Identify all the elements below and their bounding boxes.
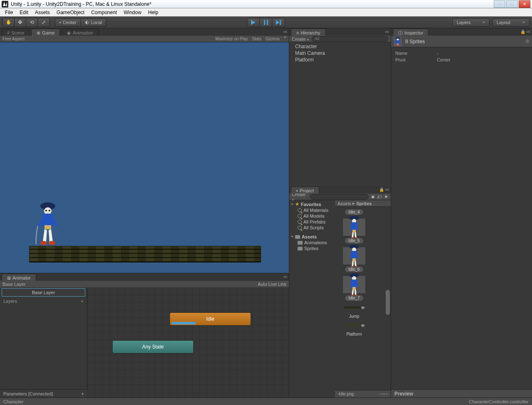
preview-header[interactable]: Preview — [391, 389, 532, 398]
aspect-dropdown[interactable]: Free Aspect — [2, 37, 25, 41]
status-left: Character — [3, 399, 23, 404]
filter-prefabs[interactable]: All Prefabs — [289, 219, 335, 225]
animator-panel: ⊞ Animator ▪≡ Base Layer Auto Live Link … — [0, 273, 289, 398]
add-layer-button[interactable]: + — [81, 299, 84, 304]
rotate-tool-button[interactable] — [26, 18, 38, 27]
maximize-button[interactable]: □ — [506, 0, 518, 8]
svg-point-33 — [398, 45, 399, 46]
menu-window[interactable]: Window — [120, 9, 145, 16]
step-button[interactable] — [272, 18, 285, 27]
asset-jump[interactable]: Jump — [337, 304, 371, 319]
folder-animations[interactable]: Animations — [289, 240, 335, 245]
star-filter-icon[interactable]: ★ — [384, 194, 388, 199]
svg-point-32 — [396, 45, 398, 46]
hierarchy-item[interactable]: Main Camera — [289, 50, 391, 56]
pause-button[interactable] — [260, 18, 272, 27]
auto-live-link-toggle[interactable]: Auto Live Link — [258, 282, 286, 287]
tab-inspector[interactable]: ⓘ Inspector — [393, 29, 429, 36]
gizmos-chevron-icon — [284, 37, 286, 38]
menu-file[interactable]: File — [2, 9, 16, 16]
menu-bar: File Edit Assets GameObject Component Wi… — [0, 8, 532, 17]
scale-tool-button[interactable] — [38, 18, 49, 27]
status-bar: Character CharacterController.controller — [0, 398, 532, 405]
animator-breadcrumb[interactable]: Base Layer — [2, 282, 26, 287]
svg-point-5 — [45, 210, 47, 211]
hierarchy-create-dropdown[interactable]: Create — [292, 37, 309, 42]
svg-point-8 — [40, 241, 47, 245]
status-right: CharacterController.controller — [469, 399, 529, 404]
hand-tool-button[interactable] — [3, 18, 15, 27]
asset-idle4[interactable]: Idle_4 — [337, 209, 371, 215]
layers-dropdown[interactable]: Layers — [452, 18, 490, 27]
svg-point-9 — [49, 241, 55, 245]
project-breadcrumb: Assets ▸ Sprites — [335, 200, 391, 207]
svg-point-28 — [361, 324, 365, 327]
svg-point-30 — [397, 38, 399, 40]
asset-idle6[interactable]: Idle_6 — [337, 247, 371, 272]
layout-dropdown[interactable]: Layout — [492, 18, 530, 27]
animator-context-icon[interactable]: ▪≡ — [283, 275, 287, 279]
platform-sprite — [29, 246, 261, 263]
inspector-context-icon[interactable]: 🔒 ▪≡ — [520, 29, 530, 34]
minimize-button[interactable]: ─ — [494, 0, 505, 8]
play-button[interactable] — [247, 18, 260, 27]
asset-idle7[interactable]: Idle_7 — [337, 275, 371, 301]
hierarchy-search-input[interactable] — [312, 36, 388, 42]
tab-scene[interactable]: # Scene — [2, 29, 30, 36]
project-panel: ▪ Project 🔒 ▪≡ Create ◆ 🏷 ★ ★Favorites A… — [289, 186, 391, 398]
project-context-icon[interactable]: 🔒 ▪≡ — [379, 187, 389, 192]
project-scrollbar[interactable] — [385, 207, 391, 390]
tab-animation[interactable]: ◉ Animation — [62, 29, 99, 36]
menu-help[interactable]: Help — [145, 9, 162, 16]
move-tool-button[interactable] — [15, 18, 26, 27]
svg-rect-0 — [264, 20, 265, 25]
project-search-input[interactable] — [310, 194, 369, 199]
filter-scripts[interactable]: All Scripts — [289, 225, 335, 231]
animator-graph[interactable]: Idle Any State — [87, 287, 289, 398]
add-parameter-button[interactable]: + — [81, 391, 84, 396]
svg-rect-2 — [280, 20, 281, 25]
folder-sprites[interactable]: Sprites — [289, 245, 335, 251]
parameters-row: Parameters [Connected] + — [0, 389, 87, 398]
game-panel-tabs: # Scene ⊕ Game ◉ Animation ▪≡ — [0, 28, 289, 36]
close-button[interactable]: ✕ — [519, 0, 530, 8]
svg-point-26 — [361, 307, 365, 309]
filter-models[interactable]: All Models — [289, 213, 335, 219]
menu-assets[interactable]: Assets — [32, 9, 53, 16]
menu-edit[interactable]: Edit — [16, 9, 32, 16]
label-icon[interactable]: 🏷 — [377, 194, 382, 199]
hierarchy-context-icon[interactable]: ▪≡ — [385, 29, 389, 34]
inspector-title: 8 Sprites — [405, 39, 425, 44]
tab-game[interactable]: ⊕ Game — [31, 29, 60, 36]
tab-hierarchy[interactable]: ≡ Hierarchy — [291, 29, 326, 36]
state-any[interactable]: Any State — [112, 340, 194, 353]
svg-rect-17 — [352, 258, 356, 261]
hierarchy-panel: ≡ Hierarchy ▪≡ Create Character Main Cam… — [289, 28, 391, 186]
asset-idle5[interactable]: Idle_5 — [337, 218, 371, 243]
pivot-center-button[interactable]: ▪ Center — [55, 18, 81, 27]
game-viewport[interactable] — [0, 42, 289, 273]
svg-rect-22 — [352, 287, 356, 290]
hierarchy-item[interactable]: Character — [289, 43, 391, 50]
filter-materials[interactable]: All Materials — [289, 207, 335, 213]
character-sprite — [35, 200, 60, 246]
menu-gameobject[interactable]: GameObject — [53, 9, 88, 16]
unity-logo-icon — [2, 1, 8, 7]
panel-context-icon[interactable]: ▪≡ — [283, 29, 287, 34]
svg-rect-7 — [44, 225, 51, 229]
pivot-local-button[interactable]: ◐ Local — [81, 18, 106, 27]
state-idle[interactable]: Idle — [170, 312, 251, 326]
svg-rect-12 — [352, 230, 356, 232]
asset-platform[interactable]: Platform — [337, 322, 371, 336]
stats-toggle[interactable]: Stats — [252, 37, 261, 41]
filter-icon[interactable]: ◆ — [371, 194, 374, 199]
hierarchy-item[interactable]: Platform — [289, 56, 391, 63]
inspector-gear-icon[interactable]: ⚙ — [525, 39, 530, 44]
layer-selected[interactable]: Base Layer — [2, 288, 85, 297]
window-title: Unity - 1.unity - Unity2DTraining - PC, … — [11, 1, 494, 7]
menu-component[interactable]: Component — [88, 9, 120, 16]
gizmos-dropdown[interactable]: Gizmos — [266, 37, 280, 41]
tab-project[interactable]: ▪ Project — [291, 187, 319, 194]
maximize-on-play-toggle[interactable]: Maximize on Play — [215, 37, 248, 41]
tab-animator[interactable]: ⊞ Animator — [2, 274, 36, 281]
